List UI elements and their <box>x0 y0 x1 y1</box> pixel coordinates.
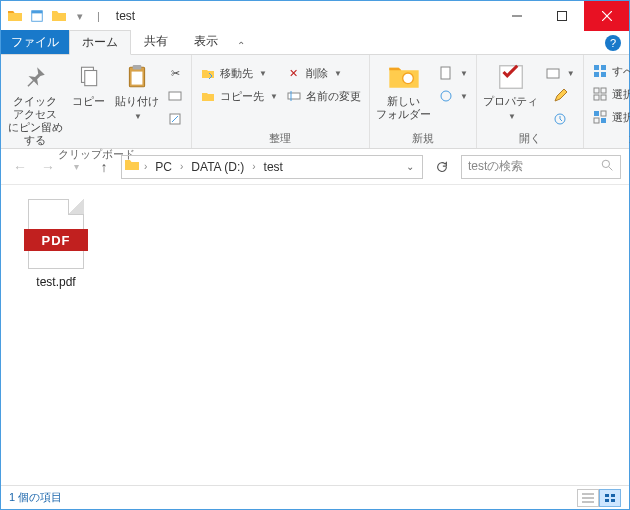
group-open: プロパティ ▼ ▼ 開く <box>477 55 584 148</box>
help-button[interactable]: ? <box>605 35 621 51</box>
qat-newfolder-icon[interactable] <box>51 8 67 24</box>
new-folder-icon <box>388 61 420 93</box>
paste-icon <box>121 61 153 93</box>
file-list[interactable]: PDF test.pdf <box>1 185 629 485</box>
file-item[interactable]: PDF test.pdf <box>11 199 101 289</box>
qat-dropdown-icon[interactable]: ▾ <box>77 10 83 23</box>
pin-to-quick-access-button[interactable]: クイック アクセス にピン留めする <box>7 57 63 147</box>
svg-rect-26 <box>601 88 606 93</box>
copy-icon <box>72 61 104 93</box>
details-view-button[interactable] <box>577 489 599 507</box>
svg-rect-19 <box>547 69 559 78</box>
history-button[interactable] <box>550 109 570 129</box>
search-icon <box>601 159 614 175</box>
easy-access-button[interactable]: ▼ <box>436 86 470 106</box>
delete-button[interactable]: ✕削除▼ <box>284 63 344 83</box>
chevron-down-icon: ▼ <box>134 110 142 123</box>
group-clipboard: クイック アクセス にピン留めする コピー 貼り付け ▼ ✂ クリップボード <box>1 55 192 148</box>
tab-share[interactable]: 共有 <box>131 29 181 54</box>
up-button[interactable]: ↑ <box>93 156 115 178</box>
recent-locations-button[interactable]: ▾ <box>65 156 87 178</box>
svg-rect-16 <box>441 67 450 79</box>
svg-rect-18 <box>500 66 523 89</box>
properties-icon <box>495 61 527 93</box>
svg-rect-32 <box>601 118 606 123</box>
window-title: test <box>116 9 135 23</box>
tab-view[interactable]: 表示 <box>181 29 231 54</box>
copy-path-button[interactable] <box>165 86 185 106</box>
move-to-icon <box>200 65 216 81</box>
svg-rect-9 <box>133 65 142 69</box>
chevron-right-icon[interactable]: › <box>250 161 257 172</box>
breadcrumb-pc[interactable]: PC <box>151 160 176 174</box>
ribbon: クイック アクセス にピン留めする コピー 貼り付け ▼ ✂ クリップボード <box>1 55 629 149</box>
svg-rect-13 <box>288 93 300 99</box>
svg-point-17 <box>441 91 451 101</box>
svg-line-34 <box>609 167 612 170</box>
icons-view-button[interactable] <box>599 489 621 507</box>
group-select: すべて選択 選択解除 選択の切り替え 選択 <box>584 55 630 148</box>
svg-rect-41 <box>611 499 615 502</box>
svg-rect-25 <box>594 88 599 93</box>
properties-button[interactable]: プロパティ ▼ <box>483 57 539 123</box>
select-none-icon <box>592 86 608 102</box>
svg-rect-10 <box>132 72 143 85</box>
search-box[interactable]: testの検索 <box>461 155 621 179</box>
new-item-button[interactable]: ▼ <box>436 63 470 83</box>
copy-button[interactable]: コピー <box>67 57 109 108</box>
svg-rect-3 <box>557 12 566 21</box>
address-dropdown-icon[interactable]: ⌄ <box>400 161 420 172</box>
edit-icon <box>552 88 568 104</box>
easy-access-icon <box>438 88 454 104</box>
new-folder-button[interactable]: 新しい フォルダー <box>376 57 432 121</box>
rename-button[interactable]: 名前の変更 <box>284 86 363 106</box>
address-bar[interactable]: › PC › DATA (D:) › test ⌄ <box>121 155 423 179</box>
delete-icon: ✕ <box>286 65 302 81</box>
explorer-window: ▾ | test ファイル ホーム 共有 表示 ⌃ ? クイック アクセス にピ… <box>0 0 630 510</box>
select-all-button[interactable]: すべて選択 <box>590 61 630 81</box>
search-placeholder: testの検索 <box>468 158 523 175</box>
close-button[interactable] <box>584 1 629 31</box>
svg-rect-7 <box>85 71 97 86</box>
maximize-button[interactable] <box>539 1 584 31</box>
open-button[interactable]: ▼ <box>543 63 577 83</box>
move-to-button[interactable]: 移動先▼ <box>198 63 269 83</box>
svg-rect-30 <box>601 111 606 116</box>
back-button[interactable]: ← <box>9 156 31 178</box>
minimize-button[interactable] <box>494 1 539 31</box>
breadcrumb-folder[interactable]: test <box>260 160 287 174</box>
paste-button[interactable]: 貼り付け ▼ <box>113 57 161 123</box>
svg-rect-31 <box>594 118 599 123</box>
breadcrumb-drive[interactable]: DATA (D:) <box>187 160 248 174</box>
svg-rect-24 <box>601 72 606 77</box>
new-item-icon <box>438 65 454 81</box>
svg-rect-38 <box>605 494 609 497</box>
copy-to-button[interactable]: コピー先▼ <box>198 86 280 106</box>
copy-to-icon <box>200 88 216 104</box>
forward-button[interactable]: → <box>37 156 59 178</box>
qat-props-icon[interactable] <box>29 8 45 24</box>
tab-home[interactable]: ホーム <box>69 30 131 55</box>
tab-file[interactable]: ファイル <box>1 30 69 54</box>
svg-rect-11 <box>169 92 181 100</box>
refresh-button[interactable] <box>429 155 455 179</box>
invert-icon <box>592 109 608 125</box>
svg-rect-22 <box>601 65 606 70</box>
edit-button[interactable] <box>550 86 570 106</box>
chevron-right-icon[interactable]: › <box>178 161 185 172</box>
shortcut-icon <box>167 111 183 127</box>
history-icon <box>552 111 568 127</box>
folder-icon <box>7 8 23 24</box>
svg-rect-23 <box>594 72 599 77</box>
chevron-right-icon[interactable]: › <box>142 161 149 172</box>
invert-selection-button[interactable]: 選択の切り替え <box>590 107 630 127</box>
paste-shortcut-button[interactable] <box>165 109 185 129</box>
scissors-icon: ✂ <box>167 65 183 81</box>
select-all-icon <box>592 63 608 79</box>
svg-point-15 <box>403 73 414 84</box>
ribbon-collapse-icon[interactable]: ⌃ <box>231 40 251 51</box>
select-none-button[interactable]: 選択解除 <box>590 84 630 104</box>
svg-rect-27 <box>594 95 599 100</box>
cut-button[interactable]: ✂ <box>165 63 185 83</box>
chevron-down-icon: ▼ <box>508 110 516 123</box>
